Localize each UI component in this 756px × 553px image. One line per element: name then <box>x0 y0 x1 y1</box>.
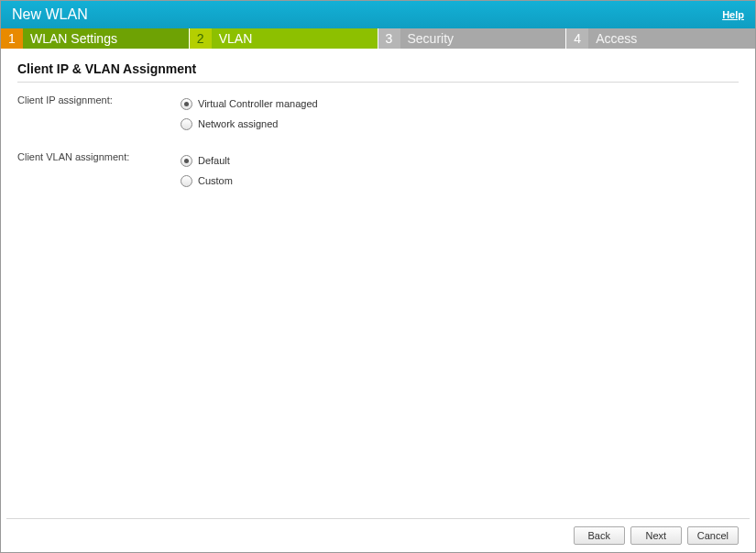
radio-label: Custom <box>198 175 233 186</box>
step-vlan[interactable]: 2 VLAN <box>190 28 378 49</box>
radio-option-custom[interactable]: Custom <box>181 171 739 191</box>
radio-icon[interactable] <box>181 98 192 110</box>
radio-option-default[interactable]: Default <box>181 150 739 171</box>
radio-label: Virtual Controller managed <box>198 98 318 109</box>
step-label: Access <box>588 28 755 49</box>
wizard-steps: 1 WLAN Settings 2 VLAN 3 Security 4 Acce… <box>1 28 755 49</box>
radio-icon[interactable] <box>181 155 192 167</box>
next-button[interactable]: Next <box>630 526 682 545</box>
radio-label: Network assigned <box>198 118 278 129</box>
back-button[interactable]: Back <box>574 526 625 545</box>
cancel-button[interactable]: Cancel <box>687 526 739 545</box>
step-wlan-settings[interactable]: 1 WLAN Settings <box>1 28 190 49</box>
client-vlan-label: Client VLAN assignment: <box>17 150 181 162</box>
client-ip-options: Virtual Controller managed Network assig… <box>181 94 739 134</box>
radio-icon[interactable] <box>181 118 192 130</box>
step-label: WLAN Settings <box>23 28 190 49</box>
window-title: New WLAN <box>12 6 722 23</box>
row-client-vlan: Client VLAN assignment: Default Custom <box>17 150 739 191</box>
step-access[interactable]: 4 Access <box>566 28 755 49</box>
step-number: 2 <box>190 28 212 49</box>
dialog-new-wlan: New WLAN Help 1 WLAN Settings 2 VLAN 3 S… <box>0 0 756 553</box>
titlebar: New WLAN Help <box>1 1 755 28</box>
section-title: Client IP & VLAN Assignment <box>17 61 739 83</box>
step-number: 1 <box>1 28 23 49</box>
step-label: VLAN <box>212 28 378 49</box>
step-number: 3 <box>378 28 400 49</box>
client-vlan-options: Default Custom <box>181 150 739 191</box>
radio-option-network-assigned[interactable]: Network assigned <box>181 114 739 134</box>
radio-label: Default <box>198 155 230 166</box>
footer-buttons: Back Next Cancel <box>6 518 750 552</box>
step-number: 4 <box>566 28 588 49</box>
step-label: Security <box>400 28 567 49</box>
radio-option-vc-managed[interactable]: Virtual Controller managed <box>181 94 739 114</box>
help-link[interactable]: Help <box>722 9 744 20</box>
client-ip-label: Client IP assignment: <box>17 94 181 105</box>
radio-icon[interactable] <box>181 175 192 187</box>
row-client-ip: Client IP assignment: Virtual Controller… <box>17 94 739 134</box>
step-security[interactable]: 3 Security <box>378 28 567 49</box>
content-area: Client IP & VLAN Assignment Client IP as… <box>1 49 755 518</box>
